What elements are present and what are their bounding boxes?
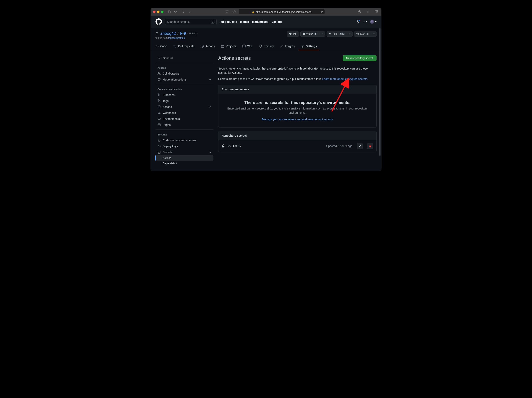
sidebar-item-branches[interactable]: Branches (155, 92, 213, 98)
safari-toolbar: 🔒 github.com/ahoog42/k-9/settings/secret… (151, 8, 381, 16)
repo-owner-link[interactable]: ahoog42 (160, 31, 176, 36)
page-title: Actions secrets (218, 55, 251, 61)
path-separator: / (177, 31, 179, 36)
nav-pull-requests[interactable]: Pull requests (219, 20, 237, 23)
fork-button[interactable]: Fork 2.3k (327, 31, 352, 37)
svg-point-14 (302, 46, 303, 47)
repo-name-link[interactable]: k-9 (180, 31, 186, 36)
svg-rect-0 (168, 11, 171, 13)
sidebar-toggle-icon[interactable] (166, 9, 172, 14)
address-bar[interactable]: 🔒 github.com/ahoog42/k-9/settings/secret… (239, 9, 324, 14)
divider (155, 84, 213, 84)
sidebar-item-actions[interactable]: Actions (155, 104, 213, 110)
search-input[interactable]: Search or jump to... / (165, 19, 217, 25)
text-size-icon[interactable] (231, 9, 237, 14)
chevron-down-icon (208, 78, 211, 81)
chevron-down-icon (208, 105, 211, 108)
edit-secret-button[interactable] (357, 143, 363, 149)
sidebar-sub-actions[interactable]: Actions (155, 155, 213, 161)
visibility-badge: Public (187, 32, 198, 35)
svg-point-15 (159, 58, 159, 58)
tab-actions[interactable]: Actions (198, 43, 217, 50)
tab-wiki[interactable]: Wiki (240, 43, 255, 50)
repo-header: ahoog42 / k-9 Public forked from thunder… (151, 28, 381, 43)
watch-dropdown[interactable] (320, 33, 325, 35)
notifications-icon[interactable] (356, 20, 360, 24)
github-logo-icon[interactable] (155, 18, 162, 25)
tab-pull-requests[interactable]: Pull requests (171, 43, 197, 50)
shield-icon[interactable] (224, 9, 230, 14)
learn-more-link[interactable]: Learn more about encrypted secrets (322, 77, 367, 81)
svg-point-22 (159, 112, 159, 113)
sidebar-item-moderation[interactable]: Moderation options (155, 76, 213, 82)
nav-explore[interactable]: Explore (271, 20, 282, 23)
scrollbar[interactable] (379, 28, 380, 170)
sidebar-item-pages[interactable]: Pages (155, 122, 213, 128)
divider (155, 129, 213, 130)
svg-rect-23 (158, 118, 160, 120)
secret-row: NS_TOKEN Updated 3 hours ago (218, 140, 376, 152)
tab-security[interactable]: Security (256, 43, 276, 50)
description-2: Secrets are not passed to workflows that… (218, 77, 377, 81)
svg-point-16 (158, 73, 159, 74)
tabs-icon[interactable] (373, 9, 379, 14)
sidebar-item-deploy-keys[interactable]: Deploy keys (155, 143, 213, 149)
url-text: github.com/ahoog42/k-9/settings/secrets/… (256, 10, 311, 13)
sidebar-item-collaborators[interactable]: Collaborators (155, 70, 213, 76)
scroll-thumb[interactable] (379, 28, 380, 156)
window-controls (153, 11, 164, 13)
sidebar-item-code-security[interactable]: Code security and analysis (155, 137, 213, 143)
page-body: General Access Collaborators Moderation … (151, 50, 381, 171)
sidebar-item-webhooks[interactable]: Webhooks (155, 110, 213, 116)
forked-from-link[interactable]: thundernest/k-9 (168, 37, 185, 39)
user-menu[interactable] (370, 20, 377, 24)
fork-dropdown[interactable] (347, 33, 352, 35)
sidebar-sub-dependabot[interactable]: Dependabot (155, 161, 213, 166)
tab-code[interactable]: Code (153, 43, 169, 50)
forward-button (187, 9, 192, 14)
chevron-up-icon (208, 151, 211, 154)
close-window[interactable] (153, 11, 155, 13)
svg-point-21 (159, 113, 160, 114)
sidebar-item-general[interactable]: General (155, 55, 213, 61)
secret-name: NS_TOKEN (228, 145, 241, 148)
create-new-dropdown[interactable]: ＋ (362, 20, 367, 24)
environment-secrets-box: Environment secrets There are no secrets… (218, 85, 377, 127)
svg-point-28 (158, 146, 159, 147)
forked-from-line: forked from thundernest/k-9 (155, 37, 198, 39)
fork-icon (155, 32, 159, 35)
nav-issues[interactable]: Issues (240, 20, 249, 23)
minimize-window[interactable] (157, 11, 159, 13)
back-button[interactable] (181, 9, 186, 14)
sidebar-item-secrets[interactable]: Secrets (155, 149, 213, 155)
sidebar-section-code: Code and automation (155, 86, 213, 92)
delete-secret-button[interactable] (367, 143, 373, 149)
tab-settings[interactable]: Settings (298, 43, 319, 50)
search-placeholder: Search or jump to... (167, 20, 191, 23)
watch-button[interactable]: Watch 0 (300, 31, 325, 37)
nav-marketplace[interactable]: Marketplace (252, 20, 268, 23)
browser-window: 🔒 github.com/ahoog42/k-9/settings/secret… (151, 8, 381, 171)
repo-box-title: Repository secrets (218, 131, 376, 140)
pin-button[interactable]: Pin (287, 31, 298, 37)
description-1: Secrets are environment variables that a… (218, 67, 377, 75)
repository-secrets-box: Repository secrets NS_TOKEN Updated 3 ho… (218, 131, 377, 152)
divider (155, 63, 213, 63)
github-header: Search or jump to... / Pull requests Iss… (151, 16, 381, 28)
share-icon[interactable] (356, 9, 362, 14)
sidebar-item-tags[interactable]: Tags (155, 98, 213, 104)
new-repository-secret-button[interactable]: New repository secret (343, 55, 377, 61)
repo-tabs: Code Pull requests Actions Projects Wiki… (151, 43, 381, 50)
tab-insights[interactable]: Insights (278, 43, 297, 50)
lock-icon (222, 145, 225, 148)
manage-environments-link[interactable]: Manage your environments and add environ… (262, 118, 333, 121)
star-button[interactable]: Star 0 (354, 31, 377, 37)
reload-icon[interactable]: ↻ (321, 10, 323, 13)
tab-projects[interactable]: Projects (219, 43, 238, 50)
sidebar-item-environments[interactable]: Environments (155, 116, 213, 122)
new-tab-icon[interactable] (365, 9, 371, 14)
sidebar-section-access: Access (155, 64, 213, 70)
star-dropdown[interactable] (371, 33, 376, 35)
maximize-window[interactable] (161, 11, 164, 13)
chevron-down-icon[interactable] (174, 9, 177, 14)
